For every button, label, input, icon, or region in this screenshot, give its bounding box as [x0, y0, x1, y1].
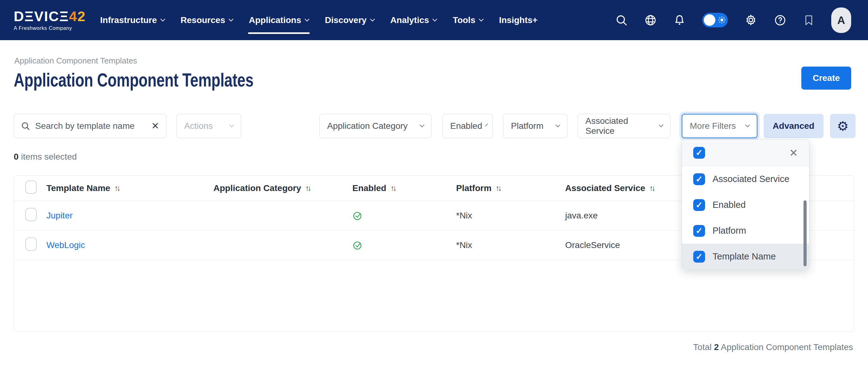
chevron-down-icon	[478, 16, 484, 22]
enabled-check-icon	[352, 210, 363, 221]
column-option-platform[interactable]: Platform	[682, 218, 809, 244]
logo-digit-4: 4	[69, 8, 77, 24]
checkbox-checked-icon[interactable]	[693, 225, 705, 237]
help-icon[interactable]	[774, 14, 786, 27]
chevron-down-icon	[485, 123, 488, 126]
selection-status: 0items selected	[14, 152, 77, 162]
row-checkbox[interactable]	[25, 237, 37, 251]
chevron-down-icon	[659, 122, 663, 127]
checkbox-checked-icon[interactable]	[693, 199, 705, 211]
main-menu: Infrastructure Resources Applications Di…	[100, 0, 538, 40]
menu-insights[interactable]: Insights+	[499, 0, 538, 40]
row-checkbox[interactable]	[25, 208, 37, 221]
bell-icon[interactable]	[673, 14, 686, 27]
sort-icon[interactable]	[305, 183, 312, 193]
sort-icon[interactable]	[391, 183, 397, 193]
scrollbar-thumb[interactable]	[804, 200, 807, 266]
chevron-down-icon	[745, 122, 750, 127]
associated-service-cell: java.exe	[565, 211, 597, 220]
sort-icon[interactable]	[496, 183, 502, 193]
chevron-down-icon	[420, 122, 425, 127]
filter-associated-service[interactable]: Associated Service	[578, 114, 671, 138]
col-header-application-category: Application Category	[213, 183, 301, 193]
chevron-down-icon	[556, 122, 560, 127]
chevron-down-icon	[432, 16, 437, 22]
menu-analytics[interactable]: Analytics	[391, 0, 437, 40]
column-option-enabled[interactable]: Enabled	[682, 192, 809, 218]
globe-icon[interactable]	[644, 14, 657, 27]
col-header-template-name: Template Name	[46, 183, 110, 193]
gear-icon[interactable]	[744, 14, 757, 27]
checkbox-checked-icon[interactable]	[693, 251, 705, 263]
menu-discovery[interactable]: Discovery	[325, 0, 374, 40]
chevron-down-icon	[160, 16, 165, 22]
search-icon	[21, 121, 30, 131]
menu-applications[interactable]: Applications	[249, 0, 309, 40]
search-icon[interactable]	[615, 14, 628, 27]
chevron-down-icon	[229, 122, 234, 127]
table-settings-button[interactable]	[830, 114, 856, 138]
menu-resources[interactable]: Resources	[181, 0, 233, 40]
create-button[interactable]: Create	[801, 67, 851, 90]
clear-search-icon[interactable]	[151, 121, 159, 131]
logo-tagline: A Freshworks Company	[14, 26, 86, 31]
more-filters-panel: Associated Service Enabled Platform Temp…	[682, 139, 809, 269]
sort-icon[interactable]	[649, 183, 655, 193]
chevron-down-icon	[304, 16, 309, 22]
page-title: Application Component Templates	[14, 69, 321, 91]
total-number: 2	[714, 342, 719, 352]
filter-application-category[interactable]: Application Category	[319, 114, 432, 138]
sun-icon	[718, 16, 726, 24]
logo-digit-2: 2	[77, 8, 86, 24]
column-option-associated-service[interactable]: Associated Service	[682, 166, 809, 192]
platform-cell: *Nix	[456, 240, 472, 250]
device42-logo[interactable]: DΞVICΞ42 A Freshworks Company	[14, 9, 86, 31]
col-header-enabled: Enabled	[352, 183, 386, 193]
search-box	[14, 114, 166, 138]
breadcrumb[interactable]: Application Component Templates	[14, 56, 137, 66]
navbar-actions: A	[615, 7, 851, 33]
column-chooser-header	[682, 140, 809, 166]
logo-wordmark: DΞVICΞ42	[14, 9, 86, 23]
checkbox-checked-icon[interactable]	[693, 173, 705, 185]
theme-toggle[interactable]	[702, 13, 728, 27]
more-filters-dropdown[interactable]: More Filters	[682, 114, 757, 138]
template-link[interactable]: WebLogic	[46, 240, 85, 250]
sort-icon[interactable]	[114, 183, 121, 193]
close-icon[interactable]	[789, 148, 798, 158]
select-all-columns-checkbox[interactable]	[693, 147, 705, 159]
select-all-checkbox[interactable]	[25, 180, 37, 194]
menu-infrastructure[interactable]: Infrastructure	[100, 0, 164, 40]
enabled-check-icon	[352, 240, 363, 250]
chevron-down-icon	[370, 16, 375, 22]
top-navbar: DΞVICΞ42 A Freshworks Company Infrastruc…	[0, 0, 868, 40]
toggle-knob-icon	[704, 14, 715, 26]
search-input[interactable]	[35, 121, 147, 131]
template-link[interactable]: Jupiter	[46, 211, 72, 220]
col-header-associated-service: Associated Service	[565, 183, 645, 193]
actions-dropdown[interactable]: Actions	[176, 114, 241, 138]
selected-count: 0	[14, 152, 19, 162]
bookmark-icon[interactable]	[803, 14, 815, 27]
advanced-button[interactable]: Advanced	[764, 114, 824, 138]
associated-service-cell: OracleService	[565, 240, 620, 250]
user-avatar[interactable]: A	[831, 7, 851, 33]
chevron-down-icon	[228, 16, 234, 22]
logo-text: DΞVICΞ	[14, 8, 69, 24]
filter-platform[interactable]: Platform	[503, 114, 567, 138]
column-option-template-name[interactable]: Template Name	[682, 244, 809, 269]
filter-enabled[interactable]: Enabled	[442, 114, 493, 138]
menu-tools[interactable]: Tools	[453, 0, 483, 40]
total-count: Total 2 Application Component Templates	[693, 342, 853, 352]
col-header-platform: Platform	[456, 183, 492, 193]
platform-cell: *Nix	[456, 211, 472, 220]
